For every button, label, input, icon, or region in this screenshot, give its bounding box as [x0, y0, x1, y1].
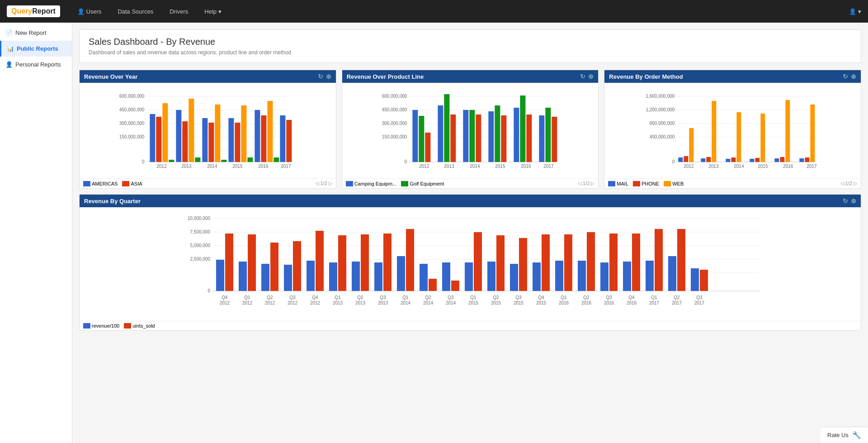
refresh-icon-2[interactable]: ↻ [580, 73, 585, 80]
svg-rect-123 [248, 234, 256, 291]
svg-text:Q1: Q1 [470, 295, 476, 300]
legend-asia-color [122, 181, 129, 186]
svg-text:2013: 2013 [333, 300, 343, 305]
nav-help[interactable]: Help ▾ [201, 6, 225, 17]
svg-rect-148 [533, 262, 541, 291]
sidebar-personal-reports[interactable]: 👤 Personal Reports [0, 57, 72, 72]
chart-revenue-over-year-header: Revenue Over Year ↻ ⊕ [80, 70, 336, 83]
svg-text:2012: 2012 [288, 300, 298, 305]
nav-datasources[interactable]: Data Sources [114, 6, 157, 17]
svg-rect-23 [228, 118, 234, 162]
sidebar-new-report-label: New Report [15, 29, 47, 36]
svg-text:2015: 2015 [758, 164, 769, 169]
brand-report: Report [32, 7, 56, 15]
svg-rect-89 [707, 157, 711, 162]
svg-text:Q2: Q2 [267, 295, 273, 300]
svg-text:2014: 2014 [446, 300, 456, 305]
svg-rect-93 [737, 112, 741, 162]
svg-text:Q4: Q4 [628, 295, 635, 300]
svg-text:2016: 2016 [258, 164, 269, 169]
chart-revenue-over-year-legend: AMERICAS ASIA ◁ 1/2 ▷ [80, 178, 336, 188]
rate-us-bar[interactable]: Rate Us 🔧 [821, 427, 868, 443]
svg-rect-28 [261, 115, 266, 162]
svg-text:2015: 2015 [468, 300, 479, 305]
main-layout: 📄 New Report 📊 Public Reports 👤 Personal… [0, 23, 868, 443]
refresh-icon-3[interactable]: ↻ [843, 73, 848, 80]
svg-text:Q1: Q1 [402, 295, 409, 300]
legend-golf-label: Golf Equipment [410, 181, 444, 186]
sidebar-new-report[interactable]: 📄 New Report [0, 25, 72, 41]
refresh-icon-1[interactable]: ↻ [318, 73, 323, 80]
svg-text:Q2: Q2 [674, 295, 680, 300]
svg-rect-135 [383, 233, 392, 291]
svg-text:2017: 2017 [807, 164, 817, 169]
svg-rect-128 [307, 261, 315, 291]
svg-rect-141 [451, 281, 459, 291]
svg-text:Q1: Q1 [651, 295, 657, 300]
legend-golf: Golf Equipment [401, 181, 444, 186]
svg-text:2017: 2017 [543, 164, 554, 169]
settings-icon-2[interactable]: ⊕ [588, 73, 594, 80]
svg-rect-65 [539, 115, 544, 162]
svg-text:2016: 2016 [627, 300, 637, 305]
legend-nav-3[interactable]: ◁ 1/2 ▷ [840, 181, 857, 186]
svg-rect-147 [519, 238, 527, 291]
svg-rect-151 [564, 234, 572, 291]
settings-icon-1[interactable]: ⊕ [326, 73, 331, 80]
legend-units-color [124, 323, 131, 329]
svg-rect-61 [501, 115, 506, 162]
sidebar-public-reports[interactable]: 📊 Public Reports [0, 41, 72, 57]
chart-revenue-over-product-icons: ↻ ⊕ [580, 73, 594, 80]
legend-nav-1[interactable]: ◁ 1/2 ▷ [315, 181, 332, 186]
svg-text:2014: 2014 [423, 300, 434, 305]
svg-rect-150 [555, 261, 563, 291]
svg-rect-90 [712, 101, 717, 162]
svg-text:2015: 2015 [495, 164, 505, 169]
settings-icon-4[interactable]: ⊕ [851, 197, 856, 205]
svg-rect-133 [361, 234, 369, 291]
svg-text:Q3: Q3 [448, 295, 454, 300]
svg-text:Q3: Q3 [289, 295, 296, 300]
refresh-icon-4[interactable]: ↻ [843, 197, 848, 205]
svg-rect-125 [270, 243, 278, 291]
svg-text:2016: 2016 [559, 300, 569, 305]
svg-text:450,000,000: 450,000,000 [119, 107, 145, 112]
svg-rect-132 [352, 262, 360, 291]
chart-revenue-by-quarter: Revenue By Quarter ↻ ⊕ [79, 194, 861, 331]
svg-text:2016: 2016 [581, 300, 592, 305]
svg-text:800,000,000: 800,000,000 [650, 121, 675, 126]
svg-rect-160 [668, 256, 676, 291]
chart-revenue-by-quarter-legend: revenue/100 uints_sold [80, 321, 861, 330]
svg-rect-154 [600, 262, 609, 291]
chart-revenue-over-product-title: Revenue Over Product Line [347, 73, 424, 80]
nav-users[interactable]: 👤 Users [74, 6, 105, 17]
svg-rect-14 [169, 160, 174, 162]
legend-phone-label: PHONE [642, 181, 659, 186]
brand-logo[interactable]: QueryReport [7, 5, 60, 17]
svg-text:400,000,000: 400,000,000 [650, 134, 675, 139]
chart-revenue-by-quarter-header: Revenue By Quarter ↻ ⊕ [80, 195, 861, 207]
svg-rect-120 [216, 260, 224, 291]
legend-asia-label: ASIA [131, 181, 142, 186]
settings-icon-3[interactable]: ⊕ [851, 73, 856, 80]
chart-revenue-over-product-legend: Camping Equipm... Golf Equipment ◁ 1/2 ▷ [342, 178, 599, 188]
svg-text:Q1: Q1 [561, 295, 567, 300]
svg-rect-96 [761, 114, 765, 162]
svg-rect-64 [526, 114, 532, 162]
svg-rect-149 [542, 234, 550, 291]
legend-nav-2[interactable]: ◁ 1/2 ▷ [578, 181, 594, 186]
svg-rect-144 [487, 262, 495, 291]
svg-text:0: 0 [142, 159, 145, 164]
svg-rect-138 [420, 264, 428, 291]
svg-text:0: 0 [672, 159, 675, 164]
sidebar: 📄 New Report 📊 Public Reports 👤 Personal… [0, 23, 72, 443]
svg-rect-20 [208, 123, 214, 162]
nav-drivers[interactable]: Drivers [166, 6, 192, 17]
svg-rect-63 [520, 95, 525, 162]
legend-revenue-color [83, 323, 90, 329]
svg-text:1,600,000,000: 1,600,000,000 [646, 94, 675, 99]
svg-rect-55 [450, 114, 456, 162]
user-menu[interactable]: 👤 ▾ [849, 8, 861, 15]
svg-rect-66 [545, 108, 551, 162]
svg-rect-100 [800, 158, 804, 162]
